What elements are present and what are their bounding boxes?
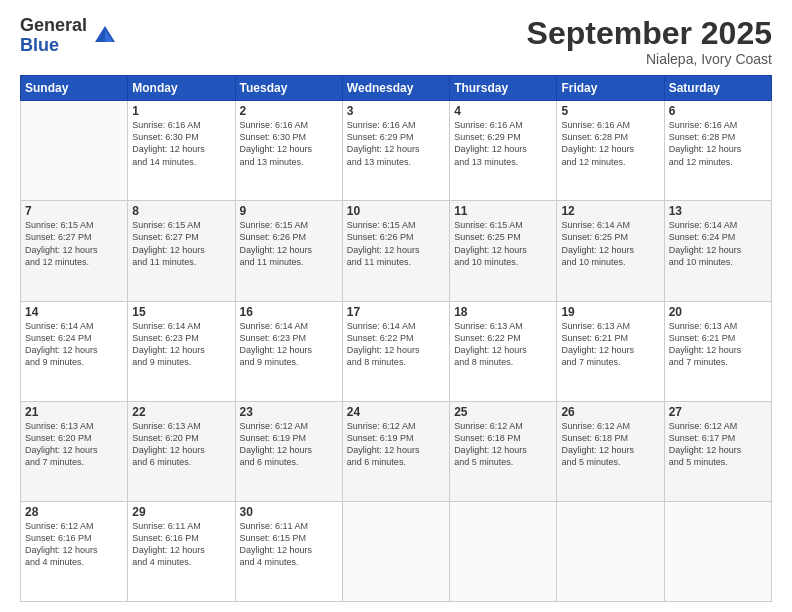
day-number: 17 bbox=[347, 305, 445, 319]
table-row: 11Sunrise: 6:15 AM Sunset: 6:25 PM Dayli… bbox=[450, 201, 557, 301]
day-number: 18 bbox=[454, 305, 552, 319]
day-number: 26 bbox=[561, 405, 659, 419]
day-info: Sunrise: 6:13 AM Sunset: 6:21 PM Dayligh… bbox=[561, 320, 659, 369]
header-friday: Friday bbox=[557, 76, 664, 101]
day-number: 7 bbox=[25, 204, 123, 218]
day-info: Sunrise: 6:16 AM Sunset: 6:30 PM Dayligh… bbox=[240, 119, 338, 168]
day-number: 13 bbox=[669, 204, 767, 218]
weekday-header-row: Sunday Monday Tuesday Wednesday Thursday… bbox=[21, 76, 772, 101]
day-info: Sunrise: 6:16 AM Sunset: 6:28 PM Dayligh… bbox=[669, 119, 767, 168]
day-number: 27 bbox=[669, 405, 767, 419]
day-info: Sunrise: 6:15 AM Sunset: 6:27 PM Dayligh… bbox=[132, 219, 230, 268]
table-row: 6Sunrise: 6:16 AM Sunset: 6:28 PM Daylig… bbox=[664, 101, 771, 201]
day-info: Sunrise: 6:16 AM Sunset: 6:30 PM Dayligh… bbox=[132, 119, 230, 168]
month-title: September 2025 bbox=[527, 16, 772, 51]
day-number: 22 bbox=[132, 405, 230, 419]
table-row: 12Sunrise: 6:14 AM Sunset: 6:25 PM Dayli… bbox=[557, 201, 664, 301]
day-info: Sunrise: 6:14 AM Sunset: 6:24 PM Dayligh… bbox=[25, 320, 123, 369]
table-row: 9Sunrise: 6:15 AM Sunset: 6:26 PM Daylig… bbox=[235, 201, 342, 301]
day-number: 4 bbox=[454, 104, 552, 118]
table-row bbox=[21, 101, 128, 201]
table-row: 5Sunrise: 6:16 AM Sunset: 6:28 PM Daylig… bbox=[557, 101, 664, 201]
day-number: 14 bbox=[25, 305, 123, 319]
day-info: Sunrise: 6:12 AM Sunset: 6:18 PM Dayligh… bbox=[454, 420, 552, 469]
day-number: 30 bbox=[240, 505, 338, 519]
table-row: 22Sunrise: 6:13 AM Sunset: 6:20 PM Dayli… bbox=[128, 401, 235, 501]
day-info: Sunrise: 6:13 AM Sunset: 6:20 PM Dayligh… bbox=[132, 420, 230, 469]
day-info: Sunrise: 6:14 AM Sunset: 6:23 PM Dayligh… bbox=[240, 320, 338, 369]
day-info: Sunrise: 6:15 AM Sunset: 6:26 PM Dayligh… bbox=[347, 219, 445, 268]
day-info: Sunrise: 6:14 AM Sunset: 6:24 PM Dayligh… bbox=[669, 219, 767, 268]
table-row bbox=[664, 501, 771, 601]
location: Nialepa, Ivory Coast bbox=[527, 51, 772, 67]
day-number: 3 bbox=[347, 104, 445, 118]
day-info: Sunrise: 6:14 AM Sunset: 6:25 PM Dayligh… bbox=[561, 219, 659, 268]
header-saturday: Saturday bbox=[664, 76, 771, 101]
calendar-table: Sunday Monday Tuesday Wednesday Thursday… bbox=[20, 75, 772, 602]
day-info: Sunrise: 6:12 AM Sunset: 6:18 PM Dayligh… bbox=[561, 420, 659, 469]
table-row: 1Sunrise: 6:16 AM Sunset: 6:30 PM Daylig… bbox=[128, 101, 235, 201]
logo-general: General bbox=[20, 16, 87, 36]
table-row: 28Sunrise: 6:12 AM Sunset: 6:16 PM Dayli… bbox=[21, 501, 128, 601]
table-row: 20Sunrise: 6:13 AM Sunset: 6:21 PM Dayli… bbox=[664, 301, 771, 401]
day-number: 28 bbox=[25, 505, 123, 519]
day-info: Sunrise: 6:11 AM Sunset: 6:16 PM Dayligh… bbox=[132, 520, 230, 569]
day-number: 11 bbox=[454, 204, 552, 218]
title-block: September 2025 Nialepa, Ivory Coast bbox=[527, 16, 772, 67]
table-row: 27Sunrise: 6:12 AM Sunset: 6:17 PM Dayli… bbox=[664, 401, 771, 501]
table-row bbox=[342, 501, 449, 601]
day-info: Sunrise: 6:12 AM Sunset: 6:17 PM Dayligh… bbox=[669, 420, 767, 469]
day-number: 8 bbox=[132, 204, 230, 218]
day-number: 24 bbox=[347, 405, 445, 419]
day-info: Sunrise: 6:14 AM Sunset: 6:22 PM Dayligh… bbox=[347, 320, 445, 369]
table-row: 30Sunrise: 6:11 AM Sunset: 6:15 PM Dayli… bbox=[235, 501, 342, 601]
day-info: Sunrise: 6:15 AM Sunset: 6:25 PM Dayligh… bbox=[454, 219, 552, 268]
day-info: Sunrise: 6:13 AM Sunset: 6:22 PM Dayligh… bbox=[454, 320, 552, 369]
table-row: 7Sunrise: 6:15 AM Sunset: 6:27 PM Daylig… bbox=[21, 201, 128, 301]
table-row: 29Sunrise: 6:11 AM Sunset: 6:16 PM Dayli… bbox=[128, 501, 235, 601]
logo-blue: Blue bbox=[20, 36, 87, 56]
header: General Blue September 2025 Nialepa, Ivo… bbox=[20, 16, 772, 67]
calendar-week-row: 14Sunrise: 6:14 AM Sunset: 6:24 PM Dayli… bbox=[21, 301, 772, 401]
day-number: 2 bbox=[240, 104, 338, 118]
day-number: 9 bbox=[240, 204, 338, 218]
header-tuesday: Tuesday bbox=[235, 76, 342, 101]
calendar-week-row: 28Sunrise: 6:12 AM Sunset: 6:16 PM Dayli… bbox=[21, 501, 772, 601]
table-row: 21Sunrise: 6:13 AM Sunset: 6:20 PM Dayli… bbox=[21, 401, 128, 501]
table-row: 4Sunrise: 6:16 AM Sunset: 6:29 PM Daylig… bbox=[450, 101, 557, 201]
table-row: 16Sunrise: 6:14 AM Sunset: 6:23 PM Dayli… bbox=[235, 301, 342, 401]
table-row bbox=[450, 501, 557, 601]
day-number: 10 bbox=[347, 204, 445, 218]
day-info: Sunrise: 6:11 AM Sunset: 6:15 PM Dayligh… bbox=[240, 520, 338, 569]
day-info: Sunrise: 6:12 AM Sunset: 6:19 PM Dayligh… bbox=[347, 420, 445, 469]
day-info: Sunrise: 6:15 AM Sunset: 6:27 PM Dayligh… bbox=[25, 219, 123, 268]
header-monday: Monday bbox=[128, 76, 235, 101]
day-number: 15 bbox=[132, 305, 230, 319]
table-row: 15Sunrise: 6:14 AM Sunset: 6:23 PM Dayli… bbox=[128, 301, 235, 401]
day-info: Sunrise: 6:12 AM Sunset: 6:19 PM Dayligh… bbox=[240, 420, 338, 469]
header-thursday: Thursday bbox=[450, 76, 557, 101]
day-number: 23 bbox=[240, 405, 338, 419]
day-info: Sunrise: 6:14 AM Sunset: 6:23 PM Dayligh… bbox=[132, 320, 230, 369]
page: General Blue September 2025 Nialepa, Ivo… bbox=[0, 0, 792, 612]
table-row: 18Sunrise: 6:13 AM Sunset: 6:22 PM Dayli… bbox=[450, 301, 557, 401]
logo: General Blue bbox=[20, 16, 119, 56]
table-row: 24Sunrise: 6:12 AM Sunset: 6:19 PM Dayli… bbox=[342, 401, 449, 501]
day-number: 6 bbox=[669, 104, 767, 118]
calendar-week-row: 7Sunrise: 6:15 AM Sunset: 6:27 PM Daylig… bbox=[21, 201, 772, 301]
table-row: 14Sunrise: 6:14 AM Sunset: 6:24 PM Dayli… bbox=[21, 301, 128, 401]
table-row: 13Sunrise: 6:14 AM Sunset: 6:24 PM Dayli… bbox=[664, 201, 771, 301]
day-info: Sunrise: 6:12 AM Sunset: 6:16 PM Dayligh… bbox=[25, 520, 123, 569]
day-number: 25 bbox=[454, 405, 552, 419]
table-row: 10Sunrise: 6:15 AM Sunset: 6:26 PM Dayli… bbox=[342, 201, 449, 301]
table-row: 26Sunrise: 6:12 AM Sunset: 6:18 PM Dayli… bbox=[557, 401, 664, 501]
table-row: 8Sunrise: 6:15 AM Sunset: 6:27 PM Daylig… bbox=[128, 201, 235, 301]
table-row: 19Sunrise: 6:13 AM Sunset: 6:21 PM Dayli… bbox=[557, 301, 664, 401]
header-sunday: Sunday bbox=[21, 76, 128, 101]
day-number: 20 bbox=[669, 305, 767, 319]
day-number: 19 bbox=[561, 305, 659, 319]
day-number: 12 bbox=[561, 204, 659, 218]
table-row bbox=[557, 501, 664, 601]
day-info: Sunrise: 6:13 AM Sunset: 6:20 PM Dayligh… bbox=[25, 420, 123, 469]
table-row: 2Sunrise: 6:16 AM Sunset: 6:30 PM Daylig… bbox=[235, 101, 342, 201]
